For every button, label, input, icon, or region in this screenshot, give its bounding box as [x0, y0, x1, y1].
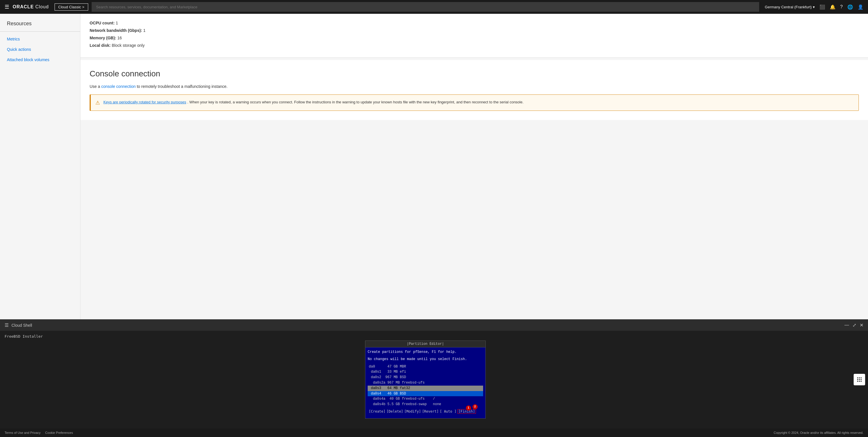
- ocpu-label: OCPU count:: [90, 21, 115, 25]
- ocpu-value: 1: [116, 21, 118, 25]
- cookie-preferences-link[interactable]: Cookie Preferences: [45, 431, 73, 434]
- terms-link[interactable]: Terms of Use and Privacy: [5, 431, 40, 434]
- help-dot-grid: [857, 377, 862, 382]
- help-dot-3: [861, 377, 862, 378]
- network-label: Network bandwidth (Gbps):: [90, 28, 142, 33]
- notifications-icon[interactable]: 🔔: [830, 4, 836, 10]
- help-dot-1: [857, 377, 858, 378]
- cloud-shell-title: Cloud Shell: [11, 323, 842, 327]
- console-connection-section: Console connection Use a console connect…: [81, 60, 868, 120]
- sidebar-item-attached-block-volumes[interactable]: Attached block volumes: [0, 55, 80, 65]
- modify-button[interactable]: [Modify]: [404, 409, 421, 413]
- delete-button[interactable]: [Delete]: [386, 409, 403, 413]
- partition-row-da0s2: da0s2 967 MB BSD: [368, 375, 483, 380]
- hamburger-menu-icon[interactable]: ☰: [5, 4, 9, 10]
- revert-button[interactable]: [Revert]: [422, 409, 439, 413]
- console-desc-suffix: to remotely troubleshoot a malfunctionin…: [137, 84, 227, 89]
- shell-window-controls: — ⤢ ✕: [844, 322, 863, 328]
- shell-close-icon[interactable]: ✕: [860, 322, 863, 328]
- partition-table: da0 47 GB MBR da0s1 33 MB efi da0s2 967 …: [368, 364, 483, 407]
- partition-editor-body: Create partitions for pfSense, F1 for he…: [365, 347, 486, 418]
- partition-row-da0s1: da0s1 33 MB efi: [368, 369, 483, 375]
- memory-value: 16: [117, 36, 122, 40]
- user-avatar-icon[interactable]: 👤: [858, 4, 863, 10]
- sidebar-item-metrics[interactable]: Metrics: [0, 34, 80, 44]
- help-dot-6: [861, 379, 862, 380]
- instance-info-panel: OCPU count: 1 Network bandwidth (Gbps): …: [81, 14, 868, 58]
- badge-1: 1: [466, 405, 471, 411]
- warning-icon: ⚠: [95, 100, 100, 106]
- local-disk-label: Local disk:: [90, 43, 111, 48]
- warning-text: Keys are periodically rotated for securi…: [103, 99, 524, 105]
- region-chevron-icon: ▾: [813, 5, 815, 9]
- partition-row-da0s2a: da0s2a 967 MB freebsd-ufs: [368, 380, 483, 385]
- memory-row: Memory (GB): 16: [90, 36, 859, 40]
- console-connection-title: Console connection: [90, 69, 859, 79]
- footer-links: Terms of Use and Privacy Cookie Preferen…: [5, 431, 73, 434]
- cloud-shell-nav-icon[interactable]: ⬛: [819, 4, 825, 10]
- partition-row-da0s4b: da0s4b 5.5 GB freebsd-swap none: [368, 402, 483, 407]
- partition-row-da0s3: da0s3 64 MB fat32: [368, 385, 483, 391]
- console-desc-prefix: Use a: [90, 84, 101, 89]
- network-bandwidth-row: Network bandwidth (Gbps): 1: [90, 28, 859, 33]
- local-disk-value: Block storage only: [112, 43, 145, 48]
- partition-editor-footer: [Create] [Delete] [Modify] [Revert] [ Au…: [368, 407, 483, 416]
- globe-icon[interactable]: 🌐: [847, 4, 853, 10]
- help-dot-7: [857, 381, 858, 382]
- terminal-left-panel[interactable]: FreeBSD Installer |Partition Editor| Cre…: [0, 331, 851, 428]
- local-disk-row: Local disk: Block storage only: [90, 43, 859, 48]
- top-nav: ☰ ORACLE Cloud Cloud Classic > Germany C…: [0, 0, 868, 14]
- partition-row-da0s4a: da0s4a 40 GB freebsd-ufs /: [368, 396, 483, 402]
- shell-minimize-icon[interactable]: —: [844, 322, 849, 328]
- network-value: 1: [143, 28, 146, 33]
- warning-text-content: . When your key is rotated, a warning oc…: [187, 100, 524, 104]
- footer-copyright: Copyright © 2024, Oracle and/or its affi…: [774, 431, 863, 434]
- console-connection-link[interactable]: console connection: [101, 84, 135, 89]
- auto-button[interactable]: [ Auto ]: [440, 409, 456, 413]
- sidebar-item-quick-actions[interactable]: Quick actions: [0, 44, 80, 55]
- badge-2: 2: [472, 404, 478, 409]
- partition-row-da0s4: da0s4 46 GB BSD: [368, 391, 483, 397]
- partition-editor-title: |Partition Editor|: [365, 341, 486, 347]
- partition-editor-window: |Partition Editor| Create partitions for…: [365, 341, 486, 418]
- cloud-classic-button[interactable]: Cloud Classic >: [55, 3, 88, 11]
- warning-link[interactable]: Keys are periodically rotated for securi…: [103, 100, 186, 104]
- warning-banner: ⚠ Keys are periodically rotated for secu…: [90, 94, 859, 111]
- terminal-area: FreeBSD Installer |Partition Editor| Cre…: [0, 331, 868, 428]
- help-dot-8: [859, 381, 860, 382]
- resources-title: Resources: [0, 21, 80, 32]
- region-selector[interactable]: Germany Central (Frankfurt) ▾: [765, 5, 815, 9]
- help-dot-5: [859, 379, 860, 380]
- cloud-shell-panel: ☰ Cloud Shell — ⤢ ✕ FreeBSD Installer |P…: [0, 319, 868, 428]
- footer: Terms of Use and Privacy Cookie Preferen…: [0, 428, 868, 437]
- nav-right-icons: Germany Central (Frankfurt) ▾ ⬛ 🔔 ? 🌐 👤: [765, 4, 863, 10]
- cloud-shell-header: ☰ Cloud Shell — ⤢ ✕: [0, 319, 868, 331]
- shell-expand-icon[interactable]: ⤢: [852, 322, 856, 328]
- partition-editor-container: |Partition Editor| Create partitions for…: [2, 333, 848, 426]
- partition-row-da0: da0 47 GB MBR: [368, 364, 483, 370]
- search-input[interactable]: [92, 2, 759, 12]
- help-dots-button[interactable]: [854, 374, 865, 385]
- oracle-logo: ORACLE Cloud: [13, 4, 49, 9]
- terminal-right-panel: [851, 331, 868, 428]
- help-dot-9: [861, 381, 862, 382]
- help-dot-4: [857, 379, 858, 380]
- console-description: Use a console connection to remotely tro…: [90, 84, 859, 89]
- create-button[interactable]: [Create]: [369, 409, 385, 413]
- help-dot-2: [859, 377, 860, 378]
- help-icon[interactable]: ?: [840, 4, 843, 9]
- memory-label: Memory (GB):: [90, 36, 116, 40]
- ocpu-count-row: OCPU count: 1: [90, 21, 859, 25]
- freebsd-installer-label: FreeBSD Installer: [2, 333, 45, 340]
- pe-header-line2: No changes will be made until you select…: [368, 357, 483, 362]
- shell-hamburger-icon[interactable]: ☰: [5, 322, 9, 328]
- oracle-logo-text: ORACLE Cloud: [13, 4, 49, 9]
- pe-header-line1: Create partitions for pfSense, F1 for he…: [368, 350, 483, 354]
- region-label: Germany Central (Frankfurt): [765, 5, 812, 9]
